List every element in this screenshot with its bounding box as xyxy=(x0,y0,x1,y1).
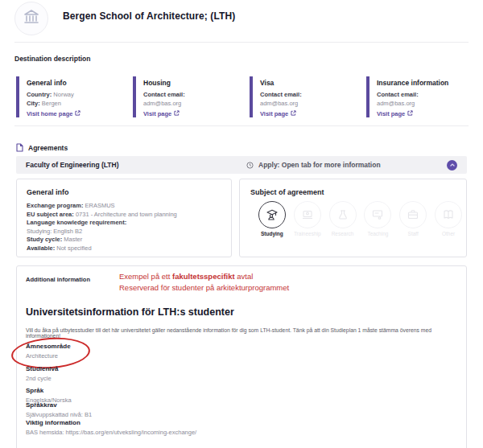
card-visa: Visa Contact email: adm@bas.org Visit pa… xyxy=(250,76,361,117)
subject-label: Other xyxy=(442,231,455,236)
section-divider xyxy=(14,125,469,126)
subject-research: Research xyxy=(325,201,361,236)
section-sprakkrav: Språkkrav Självuppskattad nivå: B1 xyxy=(26,401,92,418)
visit-page-link[interactable]: Visit page xyxy=(377,110,477,117)
panel-title: Subject of agreement xyxy=(240,188,466,196)
field-row: EU subject area: 0731 - Architecture and… xyxy=(27,211,221,220)
university-building-icon xyxy=(22,7,41,30)
additional-information-label: Additional information xyxy=(26,276,90,283)
card-row: adm@bas.org xyxy=(143,100,244,109)
card-row: Country: Norway xyxy=(27,91,127,100)
subject-label: Teaching xyxy=(367,231,388,236)
section-amnesomrade: Ämnesområde Architecture xyxy=(26,343,71,360)
card-title: Insurance information xyxy=(377,79,477,87)
agreement-row-faculty-of-engineering[interactable]: Faculty of Engineering (LTH) Apply: Open… xyxy=(16,156,467,174)
subject-label: Staff xyxy=(408,231,419,236)
agreement-title: Faculty of Engineering (LTH) xyxy=(26,161,119,169)
annotation-line-2: Reserverad för studenter på arkitekturpr… xyxy=(119,282,289,294)
subject-teaching: Teaching xyxy=(360,201,395,236)
subject-label: Studying xyxy=(261,231,283,236)
document-icon xyxy=(16,141,23,155)
visit-home-page-link[interactable]: Visit home page xyxy=(27,110,127,117)
external-link-icon xyxy=(75,110,80,117)
card-row: City: Bergen xyxy=(27,100,127,109)
red-annotation: Exempel på ett fakultetsspecifikt avtal … xyxy=(119,271,289,294)
subject-traineeship: Traineeship xyxy=(290,201,325,236)
apply-info: Apply: Open tab for more information xyxy=(246,161,381,169)
agreement-general-info-panel: General info Exchange program: ERASMUS E… xyxy=(16,179,232,257)
other-icon xyxy=(435,201,462,228)
chevron-up-icon xyxy=(449,162,456,168)
clock-icon xyxy=(246,162,254,169)
card-row: adm@bas.org xyxy=(260,100,361,109)
card-row: Contact email: xyxy=(377,91,477,100)
page-title: Bergen School of Architecture; (LTH) xyxy=(63,10,235,22)
subject-label: Traineeship xyxy=(294,231,321,236)
subject-icons-row: Studying Traineeship Research Teaching S… xyxy=(240,201,466,236)
field-row: Studying: English B2 xyxy=(27,228,221,236)
field-row: Study cycle: Master xyxy=(27,236,221,245)
field-row: Available: Not specified xyxy=(27,245,221,253)
subject-studying: Studying xyxy=(254,201,290,236)
details-heading: Universitetsinformation för LTH:s studen… xyxy=(26,306,234,318)
panel-title: General info xyxy=(27,188,221,196)
subject-other: Other xyxy=(431,201,466,236)
staff-icon xyxy=(399,201,427,228)
section-studieniva: Studienivå 2nd cycle xyxy=(26,365,58,382)
subject-staff: Staff xyxy=(395,201,431,236)
card-row: Contact email: xyxy=(143,91,244,100)
studying-icon xyxy=(258,201,286,228)
card-row: Contact email: xyxy=(260,91,361,100)
apply-text: Apply: Open tab for more information xyxy=(258,161,381,169)
destination-description-label: Destination description xyxy=(14,55,90,63)
card-title: Housing xyxy=(143,79,244,87)
agreements-label: Agreements xyxy=(28,144,68,152)
card-row: adm@bas.org xyxy=(377,100,477,109)
external-link-icon xyxy=(407,110,413,117)
general-info-fields: Exchange program: ERASMUS EU subject are… xyxy=(27,202,221,253)
agreements-header: Agreements xyxy=(16,141,68,155)
section-viktig-information: Viktig information BAS hemsida: https://… xyxy=(26,419,196,436)
annotation-line-1: Exempel på ett fakultetsspecifikt avtal xyxy=(119,271,289,282)
collapse-agreement-button[interactable] xyxy=(447,160,457,171)
field-row: Language knowledge requirement: xyxy=(27,219,221,228)
teaching-icon xyxy=(364,201,391,228)
card-insurance: Insurance information Contact email: adm… xyxy=(366,76,477,117)
external-link-icon xyxy=(174,110,180,117)
external-link-icon xyxy=(291,110,296,117)
visit-page-link[interactable]: Visit page xyxy=(260,110,361,117)
card-title: Visa xyxy=(260,79,361,87)
card-housing: Housing Contact email: adm@bas.org Visit… xyxy=(133,76,244,117)
research-icon xyxy=(329,201,357,228)
traineeship-icon xyxy=(294,201,321,228)
card-title: General info xyxy=(27,79,127,87)
visit-page-link[interactable]: Visit page xyxy=(143,110,244,117)
subject-label: Research xyxy=(332,231,354,236)
subject-of-agreement-panel: Subject of agreement Studying Traineeshi… xyxy=(239,179,467,257)
university-avatar xyxy=(14,2,48,35)
details-intro: Vill du åka på utbytesstudier till det h… xyxy=(26,327,460,339)
field-row: Exchange program: ERASMUS xyxy=(27,202,221,211)
header-divider xyxy=(14,42,469,43)
card-general-info: General info Country: Norway City: Berge… xyxy=(16,76,127,117)
